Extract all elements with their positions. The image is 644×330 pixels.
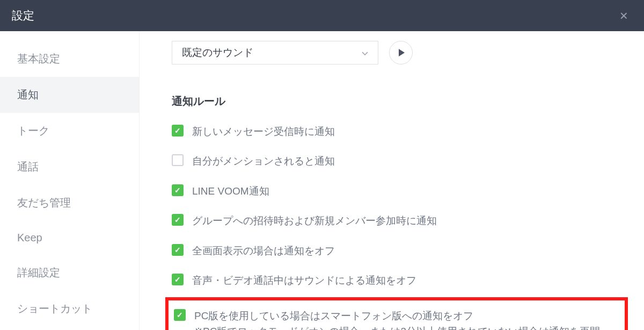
sidebar-item-label: Keep — [17, 232, 42, 243]
sidebar-item-advanced[interactable]: 詳細設定 — [0, 255, 139, 291]
sidebar-item-calls[interactable]: 通話 — [0, 149, 139, 185]
content-panel: 既定のサウンド 通知ルール ✓ 新しいメッセージ受信時に通知 自分がメンションさ… — [140, 31, 644, 330]
sidebar-item-keep[interactable]: Keep — [0, 221, 139, 255]
section-title-rules: 通知ルール — [172, 94, 628, 109]
play-icon — [399, 49, 405, 56]
rule-label: 新しいメッセージ受信時に通知 — [192, 124, 335, 139]
sidebar-item-basic[interactable]: 基本設定 — [0, 41, 139, 77]
settings-body: 基本設定 通知 トーク 通話 友だち管理 Keep 詳細設定 ショートカット 既… — [0, 31, 644, 330]
checkbox-voom[interactable]: ✓ — [172, 184, 184, 196]
rule-label: 音声・ビデオ通話中はサウンドによる通知をオフ — [192, 272, 416, 288]
sidebar-item-label: 詳細設定 — [17, 267, 60, 278]
rule-label: PC版を使用している場合はスマートフォン版への通知をオフ ※PC版でロックモード… — [194, 308, 600, 330]
rule-row: ✓ 新しいメッセージ受信時に通知 — [172, 124, 628, 139]
rule-label: LINE VOOM通知 — [192, 183, 269, 199]
checkbox-call-sound-off[interactable]: ✓ — [172, 274, 184, 285]
check-icon: ✓ — [174, 126, 181, 135]
rule-row: ✓ 全画面表示の場合は通知をオフ — [172, 243, 628, 259]
check-icon: ✓ — [174, 275, 181, 284]
settings-title: 設定 — [12, 8, 34, 23]
highlight-box: ✓ PC版を使用している場合はスマートフォン版への通知をオフ ※PC版でロックモ… — [165, 297, 628, 330]
sidebar-item-label: トーク — [17, 125, 49, 137]
checkbox-pc-smartphone-off[interactable]: ✓ — [174, 309, 186, 321]
checkbox-new-message[interactable]: ✓ — [172, 125, 184, 137]
chevron-down-icon — [362, 47, 368, 59]
settings-header: 設定 × — [0, 0, 644, 31]
rule-row: ✓ 音声・ビデオ通話中はサウンドによる通知をオフ — [172, 272, 628, 288]
sidebar-item-notifications[interactable]: 通知 — [0, 77, 139, 113]
play-button[interactable] — [389, 41, 413, 64]
rule-label: 自分がメンションされると通知 — [192, 153, 335, 169]
sidebar-item-label: 通話 — [17, 161, 39, 173]
sound-select-value: 既定のサウンド — [182, 46, 253, 60]
sidebar: 基本設定 通知 トーク 通話 友だち管理 Keep 詳細設定 ショートカット — [0, 31, 140, 330]
rule-row: 自分がメンションされると通知 — [172, 153, 628, 169]
checkbox-group-invite[interactable]: ✓ — [172, 214, 184, 226]
sidebar-item-label: ショートカット — [17, 303, 92, 314]
check-icon: ✓ — [174, 246, 181, 254]
rule-row: ✓ PC版を使用している場合はスマートフォン版への通知をオフ ※PC版でロックモ… — [174, 308, 617, 330]
rule-row: ✓ LINE VOOM通知 — [172, 183, 628, 199]
sidebar-item-label: 基本設定 — [17, 53, 60, 64]
check-icon: ✓ — [177, 311, 183, 319]
checkbox-fullscreen-off[interactable]: ✓ — [172, 244, 184, 256]
rule-label: 全画面表示の場合は通知をオフ — [192, 243, 335, 259]
check-icon: ✓ — [174, 216, 181, 224]
sidebar-item-label: 友だち管理 — [17, 197, 71, 209]
sidebar-item-talk[interactable]: トーク — [0, 113, 139, 149]
sidebar-item-label: 通知 — [17, 89, 39, 101]
check-icon: ✓ — [174, 186, 181, 195]
rule-label: グループへの招待時および新規メンバー参加時に通知 — [192, 213, 437, 228]
close-icon[interactable]: × — [616, 5, 632, 26]
checkbox-mention[interactable] — [172, 154, 184, 166]
sidebar-item-friends[interactable]: 友だち管理 — [0, 185, 139, 221]
sidebar-item-shortcuts[interactable]: ショートカット — [0, 291, 139, 327]
sound-row: 既定のサウンド — [172, 41, 628, 64]
sound-select[interactable]: 既定のサウンド — [172, 41, 378, 64]
rule-row: ✓ グループへの招待時および新規メンバー参加時に通知 — [172, 213, 628, 228]
